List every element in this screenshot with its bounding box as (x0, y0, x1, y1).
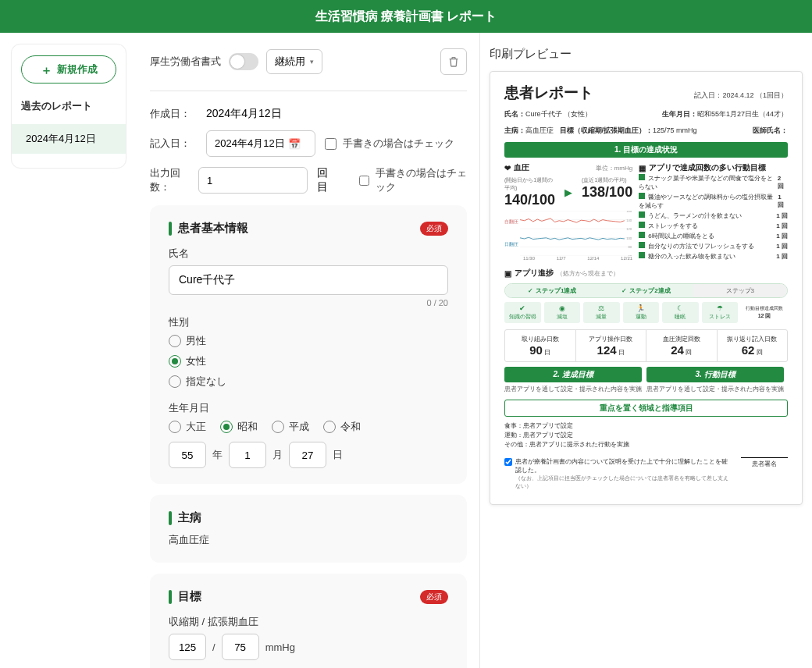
pv-bar-1: 1. 目標の達成状況 (504, 142, 788, 158)
preview-heading: 印刷プレビュー (490, 47, 803, 62)
sleep-icon: ☾ (677, 304, 683, 312)
era-radio-taisho[interactable]: 大正 (169, 420, 206, 434)
gender-radio-group: 男性 女性 指定なし (169, 334, 448, 389)
device-icon: ▣ (504, 269, 511, 278)
pv-doc-meta: 記入日：2024.4.12 （1回目） (694, 91, 788, 101)
preview-document: 患者レポート 記入日：2024.4.12 （1回目） 氏名：Cure千代子 （女… (490, 71, 803, 505)
form-type-label: 継続用 (275, 55, 305, 69)
gender-label: 性別 (169, 315, 448, 329)
stress-icon: ☂ (717, 304, 723, 312)
output-unit: 回目 (317, 166, 335, 194)
dob-day-input[interactable] (289, 442, 326, 468)
list-icon: ▦ (639, 164, 646, 172)
era-radio-showa[interactable]: 昭和 (220, 420, 258, 434)
consent-checkbox (504, 458, 512, 466)
app-title: 生活習慣病 療養計画書 レポート (315, 9, 497, 25)
mhlw-toggle[interactable] (229, 53, 258, 70)
goal-section-title: 目標 (169, 589, 201, 604)
check-icon: ✔ (519, 304, 525, 312)
pv-signature-row: 患者が療養計画書の内容について説明を受けた上で十分に理解したことを確認した。 （… (504, 457, 788, 490)
pv-bp-before: 140/100 (504, 192, 555, 208)
disease-section-title: 主病 (169, 510, 201, 525)
dob-year-input[interactable] (169, 442, 206, 468)
patient-info-card: 患者基本情報 必須 氏名 0 / 20 性別 男性 女性 指定なし 生年月日 大… (150, 205, 467, 484)
era-radio-reiwa[interactable]: 令和 (323, 420, 361, 434)
chevron-down-icon: ▾ (310, 58, 314, 66)
salt-icon: ◉ (559, 304, 565, 312)
handwrite-checkbox-1[interactable] (325, 138, 337, 150)
pv-doc-title: 患者レポート (504, 83, 593, 103)
output-count-input[interactable]: 1 (198, 167, 308, 194)
gender-radio-none[interactable]: 指定なし (169, 375, 448, 389)
sidebar-box: ＋ 新規作成 過去のレポート 2024年4月12日 (11, 44, 126, 169)
sidebar: ＋ 新規作成 過去のレポート 2024年4月12日 (0, 33, 137, 668)
dob-month-input[interactable] (229, 442, 266, 468)
bp-line-chart: 6080100120140160 (520, 211, 632, 256)
handwrite-checkbox-row-2[interactable]: 手書きの場合はチェック (359, 166, 467, 194)
plus-icon: ＋ (41, 64, 52, 76)
created-value: 2024年4月12日 (206, 107, 282, 121)
gender-radio-female[interactable]: 女性 (169, 354, 448, 368)
svg-text:160: 160 (626, 211, 632, 213)
pv-bp-chart: 自翻圧 日翻圧 6080100120140160 (504, 211, 632, 256)
run-icon: 🏃 (636, 304, 645, 312)
bp-unit: mmHg (265, 641, 295, 653)
past-reports-heading: 過去のレポート (21, 99, 116, 113)
pv-bp-after: 138/100 (582, 184, 632, 201)
preview-panel: 印刷プレビュー 患者レポート 記入日：2024.4.12 （1回目） 氏名：Cu… (479, 33, 812, 668)
form-type-select[interactable]: 継続用 ▾ (266, 49, 322, 74)
entry-date-input[interactable]: 2024年4月12日 📅 (206, 130, 315, 157)
bp-label: 収縮期 / 拡張期血圧 (169, 615, 448, 629)
pv-notes: 食事：患者アプリで設定 運動：患者アプリで設定 その他：患者アプリに提示された行… (504, 421, 788, 449)
pv-stats: 取り組み日数90 日アプリ操作日数124 日血圧測定回数24 回振り返り記入日数… (504, 329, 788, 362)
mhlw-label: 厚生労働省書式 (150, 55, 221, 69)
pv-bar-3: 重点を置く領域と指導項目 (504, 400, 788, 417)
svg-text:140: 140 (626, 219, 632, 222)
goal-card: 目標 必須 収縮期 / 拡張期血圧 / mmHg (150, 574, 467, 668)
pv-bp-heading: ❤ 血圧 単位：mmHg (504, 162, 632, 173)
patient-name-input[interactable] (169, 265, 448, 295)
required-badge-2: 必須 (420, 590, 448, 604)
output-label: 出力回数： (150, 166, 189, 194)
arrow-right-icon: ▶ (564, 187, 572, 198)
heart-icon: ❤ (504, 164, 511, 172)
create-label: 新規作成 (57, 62, 98, 76)
dob-label: 生年月日 (169, 401, 448, 415)
svg-text:80: 80 (629, 245, 632, 249)
svg-text:100: 100 (626, 236, 632, 240)
calendar-icon: 📅 (288, 138, 301, 150)
required-badge: 必須 (420, 222, 448, 236)
era-radio-heisei[interactable]: 平成 (272, 420, 309, 434)
pv-badges: ✔知識の習得 ◉減塩 ⚖減量 🏃運動 ☾睡眠 ☂ストレス 行動目標達成回数 12… (504, 302, 788, 323)
pv-chart-xaxis: 11/30 12/7 12/14 12/21 (523, 256, 632, 261)
name-label: 氏名 (169, 247, 448, 261)
dia-input[interactable] (222, 634, 259, 660)
entry-label: 記入日： (150, 137, 197, 151)
name-counter: 0 / 20 (169, 298, 448, 307)
signature-label: 患者署名 (741, 457, 788, 468)
pv-twin-bars: 2. 達成目標患者アプリを通して設定・提示された内容を実施 3. 行動目標患者ア… (504, 367, 788, 393)
pv-step-tracker: ステップ1達成 ステップ2達成 ステップ3 (504, 283, 788, 298)
disease-value: 高血圧症 (169, 533, 448, 547)
app-header: 生活習慣病 療養計画書 レポート (0, 0, 812, 33)
sys-input[interactable] (169, 634, 206, 660)
handwrite-checkbox-2[interactable] (359, 175, 369, 187)
created-label: 作成日： (150, 107, 197, 121)
handwrite-checkbox-row[interactable]: 手書きの場合はチェック (325, 137, 454, 151)
sidebar-date-item[interactable]: 2024年4月12日 (12, 124, 126, 154)
main-form: 厚生労働省書式 継続用 ▾ 作成日： 2024年4月12日 記入日： 2024年… (137, 33, 479, 668)
gender-radio-male[interactable]: 男性 (169, 334, 448, 348)
create-report-button[interactable]: ＋ 新規作成 (21, 55, 116, 84)
patient-section-title: 患者基本情報 (169, 221, 248, 236)
pv-goal-list: スナック菓子や米菓子などの間食で塩分をとらない2 回醤油やソースなどの調味料から… (639, 173, 788, 261)
svg-text:120: 120 (626, 227, 632, 231)
era-radio-group: 大正 昭和 平成 令和 (169, 420, 448, 434)
weight-icon: ⚖ (598, 304, 604, 312)
delete-button[interactable] (440, 48, 467, 75)
disease-card: 主病 高血圧症 (150, 495, 467, 563)
